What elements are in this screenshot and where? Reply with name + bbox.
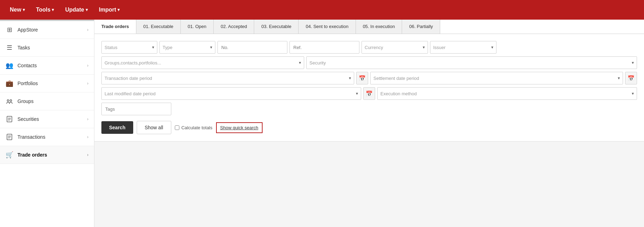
sidebar-item-appstore[interactable]: ⊞ AppStore › (0, 21, 94, 39)
calculate-totals-label[interactable]: Calculate totals (175, 125, 213, 130)
status-select[interactable]: Status ▾ (101, 41, 157, 54)
tab-01-open[interactable]: 01. Open (181, 20, 214, 34)
calendar-icon-3: 📅 (366, 90, 373, 97)
tab-01-open-label: 01. Open (188, 24, 207, 29)
transaction-date-select[interactable]: Transaction date period ▾ (101, 72, 354, 84)
trade-orders-icon: 🛒 (6, 151, 13, 159)
transaction-date-calendar-button[interactable]: 📅 (356, 72, 368, 84)
sidebar-label-groups: Groups (17, 98, 88, 104)
execution-method-select[interactable]: Execution method ▾ (377, 87, 637, 100)
update-menu[interactable]: Update ▾ (61, 4, 92, 16)
tags-input[interactable] (101, 103, 171, 115)
tab-03-executable-label: 03. Executable (261, 24, 291, 29)
new-label: New (10, 7, 21, 13)
settlement-date-select[interactable]: Settlement date period ▾ (370, 72, 623, 84)
tab-06-partially-label: 06. Partially (409, 24, 433, 29)
sidebar-item-tasks[interactable]: ☰ Tasks (0, 39, 94, 57)
svg-point-0 (7, 100, 9, 102)
tab-02-accepted-label: 02. Accepted (221, 24, 247, 29)
sidebar-label-contacts: Contacts (17, 63, 83, 68)
no-input[interactable] (217, 41, 287, 54)
sidebar-item-contacts[interactable]: 👥 Contacts › (0, 57, 94, 75)
currency-select[interactable]: Currency ▾ (362, 41, 428, 54)
sidebar-label-appstore: AppStore (17, 27, 83, 33)
calculate-totals-text: Calculate totals (181, 125, 213, 130)
last-modified-placeholder: Last modified date period (105, 91, 156, 96)
new-menu[interactable]: New ▾ (6, 4, 29, 16)
main-layout: ⊞ AppStore › ☰ Tasks 👥 Contacts › 💼 Port… (0, 20, 644, 227)
contacts-icon: 👥 (6, 62, 13, 69)
securities-icon (6, 115, 13, 123)
sidebar-item-transactions[interactable]: Transactions › (0, 128, 94, 146)
sidebar-label-securities: Securities (17, 116, 83, 122)
transaction-date-chevron-icon: ▾ (349, 76, 351, 81)
transactions-icon (6, 133, 13, 141)
sidebar-label-transactions: Transactions (17, 134, 83, 140)
type-select[interactable]: Type ▾ (159, 41, 215, 54)
tools-menu[interactable]: Tools ▾ (32, 4, 58, 16)
ref-input[interactable] (289, 41, 359, 54)
tools-chevron-icon: ▾ (52, 7, 54, 12)
issuer-chevron-icon: ▾ (491, 45, 493, 50)
sidebar-label-portfolios: Portfolios (17, 81, 83, 86)
issuer-placeholder: Issuer (433, 45, 445, 50)
currency-placeholder: Currency (365, 45, 383, 50)
import-label: Import (99, 7, 116, 13)
tasks-icon: ☰ (6, 44, 13, 51)
tab-trade-orders-label: Trade orders (101, 24, 129, 29)
settlement-date-chevron-icon: ▾ (618, 76, 620, 81)
execution-method-placeholder: Execution method (380, 91, 417, 96)
groups-select[interactable]: Groups,contacts,portfolios... ▾ (101, 56, 304, 69)
sidebar-item-portfolios[interactable]: 💼 Portfolios › (0, 75, 94, 92)
type-chevron-icon: ▾ (210, 45, 212, 50)
tab-01-executable[interactable]: 01. Executable (136, 20, 181, 34)
trade-orders-arrow-icon: › (87, 152, 88, 157)
filter-row-5 (101, 103, 637, 115)
security-select[interactable]: Security ▾ (306, 56, 637, 69)
currency-chevron-icon: ▾ (423, 45, 425, 50)
tab-03-executable[interactable]: 03. Executable (254, 20, 299, 34)
update-chevron-icon: ▾ (86, 7, 88, 12)
last-modified-calendar-button[interactable]: 📅 (363, 87, 375, 100)
search-button[interactable]: Search (101, 121, 133, 134)
calculate-totals-checkbox[interactable] (175, 125, 179, 130)
tab-05-in-execution[interactable]: 05. In execution (356, 20, 402, 34)
tab-04-sent[interactable]: 04. Sent to execution (299, 20, 356, 34)
show-all-button[interactable]: Show all (137, 121, 171, 134)
import-menu[interactable]: Import ▾ (95, 4, 124, 16)
issuer-select[interactable]: Issuer ▾ (430, 41, 496, 54)
tab-06-partially[interactable]: 06. Partially (402, 20, 440, 34)
groups-placeholder: Groups,contacts,portfolios... (105, 60, 161, 66)
import-chevron-icon: ▾ (117, 7, 120, 12)
transactions-arrow-icon: › (87, 135, 88, 139)
settlement-date-calendar-button[interactable]: 📅 (625, 72, 637, 84)
tab-04-sent-label: 04. Sent to execution (306, 24, 348, 29)
last-modified-chevron-icon: ▾ (356, 91, 358, 96)
update-label: Update (65, 7, 84, 13)
last-modified-date-select[interactable]: Last modified date period ▾ (101, 87, 361, 100)
settlement-date-placeholder: Settlement date period (373, 76, 419, 81)
groups-chevron-icon: ▾ (299, 60, 301, 65)
sidebar-item-securities[interactable]: Securities › (0, 110, 94, 128)
calendar-icon-2: 📅 (628, 75, 635, 82)
filter-row-4: Last modified date period ▾ 📅 Execution … (101, 87, 637, 100)
type-placeholder: Type (163, 45, 172, 50)
tab-05-in-execution-label: 05. In execution (363, 24, 395, 29)
sidebar-item-groups[interactable]: Groups (0, 92, 94, 110)
filter-row-3: Transaction date period ▾ 📅 Settlement d… (101, 72, 637, 84)
tab-01-executable-label: 01. Executable (143, 24, 173, 29)
tab-bar: Trade orders 01. Executable 01. Open 02.… (94, 20, 644, 34)
content-area: Trade orders 01. Executable 01. Open 02.… (94, 20, 644, 227)
tab-02-accepted[interactable]: 02. Accepted (214, 20, 254, 34)
results-area (94, 142, 644, 227)
sidebar-item-trade-orders[interactable]: 🛒 Trade orders › (0, 146, 94, 164)
securities-arrow-icon: › (87, 117, 88, 122)
tab-trade-orders[interactable]: Trade orders (94, 20, 136, 34)
tools-label: Tools (36, 7, 50, 13)
portfolios-icon: 💼 (6, 80, 13, 87)
filter-grid: Status ▾ Type ▾ Currency ▾ Issuer (101, 41, 637, 134)
actions-row: Search Show all Calculate totals Show qu… (101, 121, 637, 134)
security-placeholder: Security (309, 60, 326, 66)
show-quick-search-link[interactable]: Show quick search (216, 122, 263, 133)
new-chevron-icon: ▾ (23, 7, 25, 12)
